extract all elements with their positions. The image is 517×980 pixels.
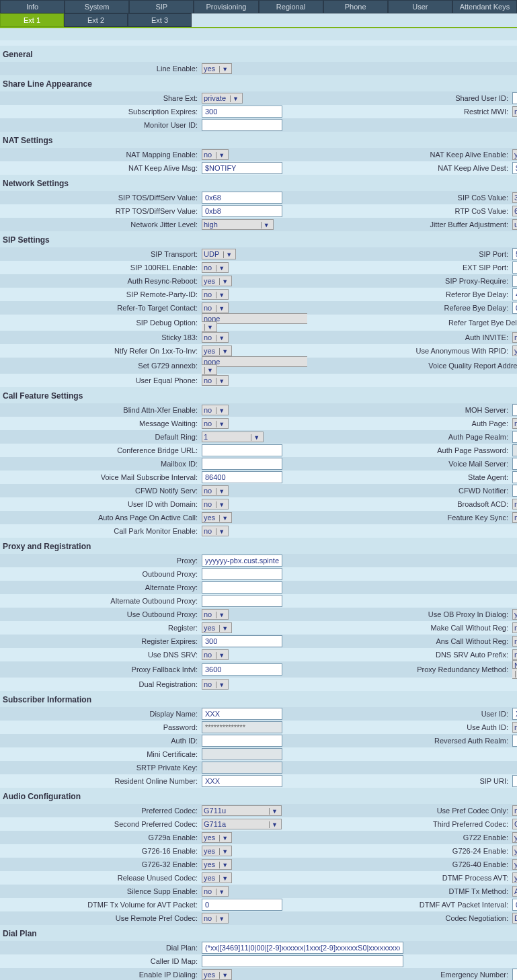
select-dropdown[interactable]: yes▼ <box>202 859 232 870</box>
select-dropdown[interactable]: no▼ <box>202 262 229 273</box>
main-tab-system[interactable]: System <box>65 0 129 13</box>
select-dropdown[interactable]: no▼ <box>512 106 517 117</box>
text-input[interactable] <box>202 205 282 217</box>
select-dropdown[interactable]: none▼ <box>202 356 307 375</box>
select-dropdown[interactable]: no▼ <box>512 512 517 523</box>
text-input[interactable] <box>202 568 282 580</box>
sub-tab-ext-2[interactable]: Ext 2 <box>64 13 128 27</box>
select-dropdown[interactable]: G729a▼ <box>512 819 517 829</box>
select-dropdown[interactable]: Normal▼ <box>512 660 517 679</box>
select-dropdown[interactable]: 6▼ <box>512 206 517 216</box>
main-tab-regional[interactable]: Regional <box>259 0 323 13</box>
select-dropdown[interactable]: no▼ <box>202 289 229 300</box>
select-dropdown[interactable]: no▼ <box>512 499 517 509</box>
select-dropdown[interactable]: high▼ <box>202 219 274 230</box>
text-input[interactable] <box>512 404 517 416</box>
select-dropdown[interactable]: Auto▼ <box>512 886 517 897</box>
select-dropdown[interactable]: no▼ <box>202 302 229 313</box>
text-input[interactable] <box>202 635 282 647</box>
text-input[interactable] <box>512 92 517 104</box>
select-dropdown[interactable]: yes▼ <box>512 846 517 856</box>
text-input[interactable] <box>512 302 517 314</box>
text-input[interactable] <box>202 119 282 131</box>
text-input[interactable] <box>512 458 517 470</box>
select-dropdown[interactable]: no▼ <box>202 886 229 897</box>
select-dropdown[interactable]: G711u▼ <box>202 805 282 816</box>
text-input[interactable] <box>202 735 282 747</box>
sub-tab-ext-1[interactable]: Ext 1 <box>0 13 64 27</box>
select-dropdown[interactable]: up and down▼ <box>512 219 517 230</box>
main-tab-attendant-keys[interactable]: Attendant Keys <box>452 0 517 13</box>
select-dropdown[interactable]: 3▼ <box>512 192 517 203</box>
text-input[interactable] <box>202 471 282 483</box>
select-dropdown[interactable]: no▼ <box>202 405 229 415</box>
text-input[interactable] <box>202 458 282 470</box>
select-dropdown[interactable]: none▼ <box>202 313 307 332</box>
main-tab-user[interactable]: User <box>388 0 452 13</box>
text-input[interactable] <box>512 471 517 483</box>
text-input[interactable] <box>512 162 517 174</box>
text-input[interactable] <box>202 444 282 456</box>
text-input[interactable] <box>512 735 517 747</box>
select-dropdown[interactable]: 1▼ <box>202 432 264 442</box>
select-dropdown[interactable]: yes▼ <box>512 345 517 356</box>
select-dropdown[interactable]: no▼ <box>202 649 229 660</box>
text-input[interactable] <box>512 275 517 287</box>
text-input[interactable] <box>202 581 282 594</box>
main-tab-sip[interactable]: SIP <box>129 0 194 13</box>
text-input[interactable] <box>202 192 282 204</box>
select-dropdown[interactable]: yes▼ <box>202 345 232 356</box>
select-dropdown[interactable]: no▼ <box>202 149 229 160</box>
text-input[interactable] <box>202 555 282 567</box>
select-dropdown[interactable]: no▼ <box>202 499 229 509</box>
select-dropdown[interactable]: no▼ <box>202 332 229 343</box>
select-dropdown[interactable]: yes▼ <box>512 832 517 843</box>
text-input[interactable] <box>512 431 517 443</box>
select-dropdown[interactable]: G711a▼ <box>202 819 282 829</box>
select-dropdown[interactable]: yes▼ <box>512 859 517 870</box>
select-dropdown[interactable]: yes▼ <box>202 969 232 980</box>
select-dropdown[interactable]: no▼ <box>202 485 229 496</box>
text-input[interactable] <box>512 248 517 260</box>
text-input[interactable] <box>202 708 282 720</box>
main-tab-provisioning[interactable]: Provisioning <box>194 0 258 13</box>
text-input[interactable] <box>202 775 282 787</box>
select-dropdown[interactable]: yes▼ <box>202 276 232 286</box>
text-input[interactable] <box>512 261 517 274</box>
select-dropdown[interactable]: yes▼ <box>202 512 232 523</box>
select-dropdown[interactable]: yes▼ <box>202 622 232 633</box>
text-input[interactable] <box>202 595 282 607</box>
select-dropdown[interactable]: yes▼ <box>202 63 232 74</box>
text-input[interactable] <box>202 106 282 118</box>
select-dropdown[interactable]: yes▼ <box>202 832 232 843</box>
select-dropdown[interactable]: UDP▼ <box>202 249 236 259</box>
select-dropdown[interactable]: yes▼ <box>512 609 517 620</box>
select-dropdown[interactable]: no▼ <box>512 649 517 660</box>
select-dropdown[interactable]: yes▼ <box>202 846 232 856</box>
text-input[interactable] <box>512 288 517 300</box>
select-dropdown[interactable]: no▼ <box>202 418 229 429</box>
select-dropdown[interactable]: yes▼ <box>512 872 517 883</box>
text-input[interactable] <box>202 899 282 911</box>
select-dropdown[interactable]: no▼ <box>202 609 229 620</box>
text-input[interactable] <box>512 708 517 720</box>
select-dropdown[interactable]: yes▼ <box>512 149 517 160</box>
select-dropdown[interactable]: no▼ <box>202 679 229 690</box>
select-dropdown[interactable]: no▼ <box>512 636 517 647</box>
text-input[interactable] <box>202 942 403 954</box>
select-dropdown[interactable]: no▼ <box>512 332 517 343</box>
select-dropdown[interactable]: no▼ <box>512 418 517 429</box>
select-dropdown[interactable]: no▼ <box>202 375 229 386</box>
select-dropdown[interactable]: yes▼ <box>202 872 232 883</box>
main-tab-phone[interactable]: Phone <box>323 0 388 13</box>
text-input[interactable] <box>202 955 403 967</box>
text-input[interactable] <box>512 899 517 911</box>
text-input[interactable] <box>512 969 517 980</box>
text-input[interactable] <box>512 485 517 497</box>
text-input[interactable] <box>202 162 282 174</box>
text-input[interactable] <box>512 775 517 787</box>
select-dropdown[interactable]: private▼ <box>202 93 243 104</box>
select-dropdown[interactable]: no▼ <box>202 526 229 536</box>
select-dropdown[interactable]: no▼ <box>512 722 517 733</box>
select-dropdown[interactable]: no▼ <box>512 805 517 816</box>
